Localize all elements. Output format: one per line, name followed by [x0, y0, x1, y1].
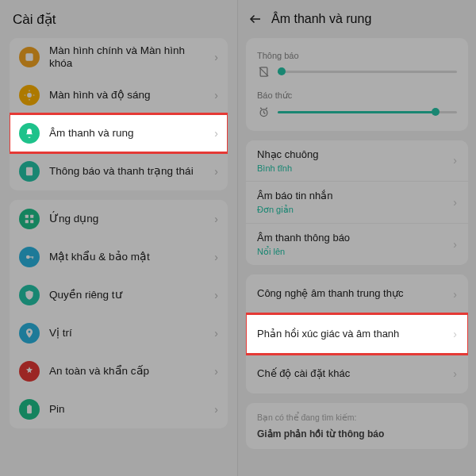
- privacy-icon: [19, 285, 40, 305]
- item-safety-emergency[interactable]: An toàn và khẩn cấp ›: [10, 352, 228, 390]
- settings-group: Màn hình chính và Màn hình khóa › Màn hì…: [10, 38, 228, 190]
- slider-label: Báo thức: [257, 90, 457, 101]
- item-label: Màn hình chính và Màn hình khóa: [49, 44, 205, 70]
- chevron-right-icon: ›: [453, 154, 457, 167]
- item-label: Âm thanh thông báo: [257, 232, 447, 245]
- svg-rect-7: [25, 215, 29, 218]
- lock-icon: [19, 247, 40, 267]
- settings-title: Cài đặt: [0, 0, 237, 38]
- svg-rect-8: [30, 215, 33, 218]
- chevron-right-icon: ›: [453, 328, 457, 340]
- svg-rect-10: [30, 220, 33, 223]
- chevron-right-icon: ›: [214, 165, 218, 178]
- right-content: Thông báo Báo thức: [238, 38, 476, 449]
- hint-main: Giảm phản hồi từ thông báo: [257, 428, 457, 440]
- chevron-right-icon: ›: [453, 367, 457, 380]
- chevron-right-icon: ›: [453, 238, 457, 251]
- item-audio-tech[interactable]: Công nghệ âm thanh trung thực ›: [246, 274, 468, 314]
- item-label: Âm thanh và rung: [49, 127, 205, 140]
- slider-notification: Thông báo: [257, 51, 457, 78]
- item-sub: Bình tĩnh: [257, 163, 447, 173]
- svg-line-21: [263, 113, 265, 113]
- item-label: Quyền riêng tư: [49, 289, 205, 301]
- item-label: Mật khẩu & bảo mật: [49, 251, 205, 263]
- chevron-right-icon: ›: [214, 327, 218, 340]
- item-notification-sound[interactable]: Âm thanh thông báo Nổi lên ›: [246, 223, 468, 265]
- item-battery[interactable]: Pin ›: [10, 390, 228, 428]
- svg-rect-14: [27, 405, 32, 413]
- item-sub: Đơn giản: [257, 205, 447, 215]
- item-other-settings[interactable]: Chế độ cài đặt khác ›: [246, 354, 468, 393]
- item-label: Ứng dụng: [49, 213, 205, 225]
- item-label: Nhạc chuông: [257, 148, 447, 162]
- item-haptics-sound[interactable]: Phản hồi xúc giác và âm thanh ›: [246, 314, 468, 354]
- settings-list: Màn hình chính và Màn hình khóa › Màn hì…: [0, 38, 237, 428]
- hint-small: Bạn có thể đang tìm kiếm:: [257, 413, 457, 422]
- item-label: Âm báo tin nhắn: [257, 190, 447, 203]
- chevron-right-icon: ›: [214, 51, 218, 63]
- search-hint[interactable]: Bạn có thể đang tìm kiếm: Giảm phản hồi …: [246, 403, 468, 449]
- svg-point-1: [27, 93, 32, 98]
- item-ringtone[interactable]: Nhạc chuông Bình tĩnh ›: [246, 140, 468, 181]
- mute-icon: [257, 65, 270, 78]
- item-sound-vibration[interactable]: Âm thanh và rung ›: [10, 114, 228, 152]
- apps-icon: [19, 209, 40, 229]
- svg-line-22: [260, 107, 262, 108]
- item-label: Pin: [49, 403, 205, 416]
- chevron-right-icon: ›: [214, 365, 218, 378]
- back-icon[interactable]: [248, 11, 263, 27]
- chevron-right-icon: ›: [214, 289, 218, 301]
- volume-sliders: Thông báo Báo thức: [246, 38, 468, 131]
- chevron-right-icon: ›: [214, 213, 218, 225]
- notification-icon: [19, 161, 40, 182]
- sound-icon: [19, 123, 40, 144]
- svg-line-23: [266, 107, 267, 108]
- settings-group: Ứng dụng › Mật khẩu & bảo mật › Quyền ri…: [10, 200, 228, 428]
- sound-right-pane: Âm thanh và rung Thông báo Báo thức: [238, 0, 476, 476]
- right-header: Âm thanh và rung: [238, 0, 476, 38]
- emergency-icon: [19, 361, 40, 382]
- right-title: Âm thanh và rung: [271, 12, 371, 26]
- chevron-right-icon: ›: [214, 127, 218, 140]
- chevron-right-icon: ›: [214, 251, 218, 263]
- item-home-lock[interactable]: Màn hình chính và Màn hình khóa ›: [10, 38, 228, 76]
- svg-rect-9: [25, 220, 29, 223]
- svg-point-11: [26, 255, 30, 259]
- item-display-brightness[interactable]: Màn hình và độ sáng ›: [10, 76, 228, 114]
- slider-track[interactable]: [278, 111, 457, 113]
- home-icon: [19, 47, 40, 67]
- svg-rect-0: [25, 53, 33, 60]
- alarm-icon: [257, 106, 270, 118]
- item-label: Công nghệ âm thanh trung thực: [257, 287, 447, 301]
- location-icon: [19, 323, 40, 344]
- item-label: Vị trí: [49, 327, 205, 340]
- svg-rect-6: [26, 167, 33, 176]
- svg-rect-13: [33, 256, 33, 259]
- item-label: Thông báo và thanh trạng thái: [49, 165, 205, 178]
- item-label: Màn hình và độ sáng: [49, 89, 205, 102]
- item-label: Chế độ cài đặt khác: [257, 367, 447, 381]
- item-password-security[interactable]: Mật khẩu & bảo mật ›: [10, 238, 228, 276]
- chevron-right-icon: ›: [453, 288, 457, 301]
- svg-rect-15: [29, 405, 30, 406]
- slider-label: Thông báo: [257, 51, 457, 60]
- chevron-right-icon: ›: [214, 403, 218, 416]
- slider-alarm: Báo thức: [257, 90, 457, 118]
- chevron-right-icon: ›: [214, 89, 218, 102]
- item-sub: Nổi lên: [257, 247, 447, 257]
- item-label: An toàn và khẩn cấp: [49, 365, 205, 378]
- item-location[interactable]: Vị trí ›: [10, 314, 228, 352]
- item-notification-status[interactable]: Thông báo và thanh trạng thái ›: [10, 152, 228, 190]
- settings-left-pane: Cài đặt Màn hình chính và Màn hình khóa …: [0, 0, 238, 476]
- slider-track[interactable]: [278, 71, 457, 73]
- chevron-right-icon: ›: [453, 196, 457, 209]
- battery-icon: [19, 399, 40, 420]
- ringtone-group: Nhạc chuông Bình tĩnh › Âm báo tin nhắn …: [246, 140, 468, 265]
- item-apps[interactable]: Ứng dụng ›: [10, 200, 228, 238]
- item-label: Phản hồi xúc giác và âm thanh: [257, 328, 447, 341]
- item-privacy[interactable]: Quyền riêng tư ›: [10, 276, 228, 314]
- brightness-icon: [19, 85, 40, 106]
- tech-group: Công nghệ âm thanh trung thực › Phản hồi…: [246, 274, 468, 393]
- item-message-sound[interactable]: Âm báo tin nhắn Đơn giản ›: [246, 181, 468, 223]
